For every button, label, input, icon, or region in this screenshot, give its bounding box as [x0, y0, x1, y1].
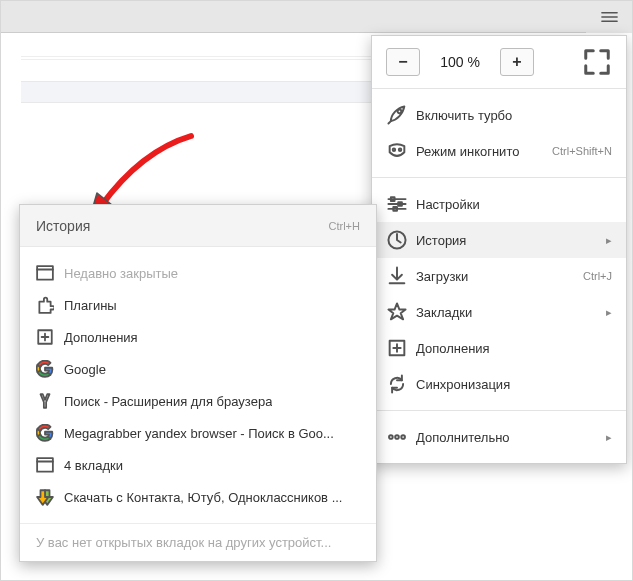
window-icon — [36, 265, 54, 281]
menu-shortcut: Ctrl+J — [583, 270, 612, 282]
chevron-right-icon: ▸ — [606, 306, 612, 319]
svg-point-20 — [389, 435, 393, 439]
box-plus-icon — [386, 339, 408, 357]
history-footer-text: У вас нет открытых вкладок на других уст… — [36, 535, 331, 550]
history-label: Скачать с Контакта, Ютуб, Одноклассников… — [64, 490, 342, 505]
sliders-icon — [386, 195, 408, 213]
menu-label: Настройки — [416, 197, 612, 212]
svg-rect-23 — [37, 266, 53, 280]
menu-label: Дополнения — [416, 341, 612, 356]
svg-point-22 — [401, 435, 405, 439]
history-shortcut: Ctrl+H — [329, 220, 360, 232]
fullscreen-button[interactable] — [582, 48, 612, 76]
menu-shortcut: Ctrl+Shift+N — [552, 145, 612, 157]
history-item-recent-closed: Недавно закрытые — [20, 257, 376, 289]
mask-icon — [386, 142, 408, 160]
history-label: 4 вкладки — [64, 458, 123, 473]
history-item-4tabs[interactable]: 4 вкладки — [20, 449, 376, 481]
hamburger-icon — [601, 10, 618, 24]
star-icon — [386, 303, 408, 321]
history-item-megagrabber[interactable]: Megagrabber yandex browser - Поиск в Goo… — [20, 417, 376, 449]
menu-item-history[interactable]: История ▸ — [372, 222, 626, 258]
clock-icon — [386, 231, 408, 249]
menu-label: Дополнительно — [416, 430, 600, 445]
box-plus-icon — [36, 329, 54, 345]
sync-icon — [386, 375, 408, 393]
history-footer: У вас нет открытых вкладок на других уст… — [20, 523, 376, 561]
history-label: Дополнения — [64, 330, 138, 345]
page-strip — [21, 56, 372, 60]
menu-label: Закладки — [416, 305, 600, 320]
zoom-row: − 100 % + — [372, 36, 626, 88]
history-item-google[interactable]: Google — [20, 353, 376, 385]
puzzle-icon — [36, 297, 54, 313]
history-item-search-ext[interactable]: Поиск - Расширения для браузера — [20, 385, 376, 417]
menu-item-bookmarks[interactable]: Закладки ▸ — [372, 294, 626, 330]
menu-item-turbo[interactable]: Включить турбо — [372, 97, 626, 133]
svg-rect-28 — [37, 458, 53, 472]
titlebar — [1, 1, 632, 33]
history-submenu-header[interactable]: История Ctrl+H — [20, 205, 376, 247]
svg-point-21 — [395, 435, 399, 439]
main-menu: − 100 % + Включить турбо Режим инкогнито… — [371, 35, 627, 464]
rocket-icon — [386, 106, 408, 124]
download-arrow-icon — [36, 489, 54, 505]
menu-item-more[interactable]: Дополнительно ▸ — [372, 419, 626, 455]
history-label: Плагины — [64, 298, 117, 313]
menu-label: История — [416, 233, 600, 248]
history-label: Поиск - Расширения для браузера — [64, 394, 272, 409]
chevron-right-icon: ▸ — [606, 234, 612, 247]
yandex-icon — [36, 393, 54, 409]
zoom-value: 100 % — [430, 54, 490, 70]
zoom-in-button[interactable]: + — [500, 48, 534, 76]
download-icon — [386, 267, 408, 285]
menu-label: Включить турбо — [416, 108, 612, 123]
svg-point-5 — [393, 149, 395, 151]
google-icon — [36, 361, 54, 377]
menu-item-sync[interactable]: Синхронизация — [372, 366, 626, 402]
chevron-right-icon: ▸ — [606, 431, 612, 444]
window-icon — [36, 457, 54, 473]
menu-label: Загрузки — [416, 269, 583, 284]
zoom-out-button[interactable]: − — [386, 48, 420, 76]
history-item-plugins[interactable]: Плагины — [20, 289, 376, 321]
svg-point-4 — [398, 110, 402, 114]
menu-item-addons[interactable]: Дополнения — [372, 330, 626, 366]
menu-item-downloads[interactable]: Загрузки Ctrl+J — [372, 258, 626, 294]
history-item-addons[interactable]: Дополнения — [20, 321, 376, 353]
menu-label: Синхронизация — [416, 377, 612, 392]
history-submenu: История Ctrl+H Недавно закрытые Плагины … — [19, 204, 377, 562]
google-icon — [36, 425, 54, 441]
menu-label: Режим инкогнито — [416, 144, 552, 159]
svg-marker-16 — [388, 303, 405, 319]
history-label: Google — [64, 362, 106, 377]
dots-icon — [386, 428, 408, 446]
history-item-download[interactable]: Скачать с Контакта, Ютуб, Одноклассников… — [20, 481, 376, 513]
fullscreen-icon — [582, 47, 612, 77]
svg-point-6 — [399, 149, 401, 151]
history-label: Megagrabber yandex browser - Поиск в Goo… — [64, 426, 334, 441]
history-title: История — [36, 218, 329, 234]
history-label: Недавно закрытые — [64, 266, 178, 281]
hamburger-menu-button[interactable] — [586, 1, 632, 33]
menu-item-incognito[interactable]: Режим инкогнито Ctrl+Shift+N — [372, 133, 626, 169]
menu-item-settings[interactable]: Настройки — [372, 186, 626, 222]
page-strip-shaded — [21, 81, 372, 103]
